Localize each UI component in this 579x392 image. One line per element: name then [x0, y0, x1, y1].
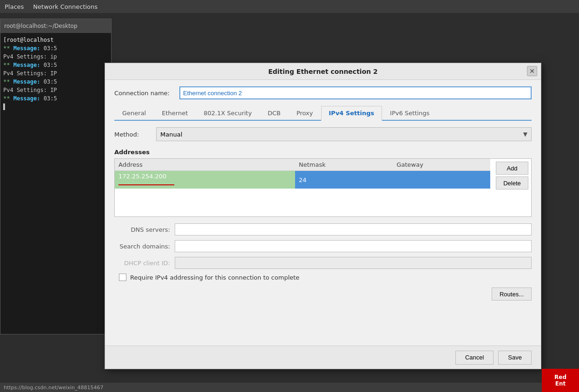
- terminal-body: [root@localhost ** Message: 03:5 Pv4 Set…: [0, 33, 111, 114]
- terminal-line-7: Pv4 Settings: IP: [3, 86, 108, 94]
- dialog-title: Editing Ethernet connection 2: [268, 68, 378, 75]
- dialog-close-button[interactable]: ✕: [527, 66, 537, 76]
- col-gateway: Gateway: [393, 159, 490, 171]
- tab-bar: General Ethernet 802.1X Security DCB Pro…: [114, 106, 532, 121]
- search-domains-label: Search domains:: [114, 243, 170, 250]
- addresses-table-wrapper: Address Netmask Gateway 172.25.254.200 2…: [114, 158, 532, 217]
- col-netmask: Netmask: [295, 159, 393, 171]
- method-row: Method: Manual ▼: [114, 127, 532, 141]
- dhcp-label: DHCP client ID:: [114, 260, 170, 267]
- connection-name-label: Connection name:: [114, 90, 175, 97]
- dns-input[interactable]: [175, 223, 532, 235]
- tab-general[interactable]: General: [114, 106, 154, 121]
- method-select[interactable]: Manual ▼: [156, 127, 532, 141]
- dialog-body: Connection name: General Ethernet 802.1X…: [105, 80, 541, 312]
- terminal-line-1: [root@localhost: [3, 36, 108, 44]
- terminal-line-2: ** Message: 03:5: [3, 44, 108, 52]
- search-domains-input[interactable]: [175, 240, 532, 252]
- routes-row: Routes...: [114, 287, 532, 301]
- connection-name-row: Connection name:: [114, 86, 532, 99]
- cell-gateway[interactable]: [393, 171, 490, 189]
- connection-name-input[interactable]: [179, 86, 532, 99]
- cell-netmask[interactable]: 24: [295, 171, 393, 189]
- routes-button[interactable]: Routes...: [492, 287, 532, 301]
- col-address: Address: [115, 159, 295, 171]
- method-label: Method:: [114, 131, 151, 138]
- cancel-button[interactable]: Cancel: [455, 351, 493, 365]
- dialog-titlebar: Editing Ethernet connection 2 ✕: [105, 63, 541, 80]
- terminal-line-4: ** Message: 03:5: [3, 61, 108, 69]
- error-underline: [118, 183, 174, 185]
- redhat-line2: Ent: [555, 380, 566, 387]
- tab-ipv6-settings[interactable]: IPv6 Settings: [382, 106, 437, 121]
- status-bar: https://blog.csdn.net/weixin_48815467: [0, 383, 542, 392]
- tab-8021x-security[interactable]: 802.1X Security: [196, 106, 260, 121]
- method-value: Manual: [160, 131, 182, 138]
- dns-label: DNS servers:: [114, 226, 170, 233]
- addresses-label: Addresses: [114, 149, 532, 156]
- terminal-line-8: ** Message: 03:5: [3, 94, 108, 103]
- addresses-table: Address Netmask Gateway 172.25.254.200 2…: [115, 159, 490, 216]
- tab-ipv4-settings[interactable]: IPv4 Settings: [321, 106, 382, 121]
- terminal-title: root@localhost:~/Desktop: [4, 23, 78, 29]
- tab-dcb[interactable]: DCB: [260, 106, 289, 121]
- table-row[interactable]: 172.25.254.200 24: [115, 171, 490, 189]
- table-header-row: Address Netmask Gateway: [115, 159, 490, 171]
- address-buttons: Add Delete: [493, 159, 531, 216]
- require-ipv4-checkbox[interactable]: [119, 274, 126, 281]
- dhcp-input: [175, 257, 532, 269]
- cell-address[interactable]: 172.25.254.200: [115, 171, 295, 189]
- tab-ethernet[interactable]: Ethernet: [154, 106, 196, 121]
- terminal-line-3: Pv4 Settings: ip: [3, 52, 108, 61]
- search-domains-row: Search domains:: [114, 240, 532, 252]
- add-button[interactable]: Add: [496, 162, 528, 175]
- save-button[interactable]: Save: [498, 351, 532, 365]
- dialog-footer: Cancel Save: [105, 346, 541, 369]
- checkbox-row: Require IPv4 addressing for this connect…: [114, 274, 532, 281]
- top-bar: Places Network Connections: [0, 0, 579, 13]
- redhat-badge: Red Ent: [542, 369, 579, 392]
- terminal-line-6: ** Message: 03:5: [3, 78, 108, 86]
- terminal-window: root@localhost:~/Desktop [root@localhost…: [0, 19, 112, 334]
- tab-proxy[interactable]: Proxy: [289, 106, 321, 121]
- checkbox-label: Require IPv4 addressing for this connect…: [130, 274, 299, 281]
- places-menu[interactable]: Places: [5, 3, 24, 10]
- terminal-line-5: Pv4 Settings: IP: [3, 69, 108, 78]
- delete-button[interactable]: Delete: [496, 176, 528, 189]
- terminal-titlebar: root@localhost:~/Desktop: [0, 19, 111, 33]
- redhat-line1: Red: [554, 374, 566, 380]
- network-connections-menu[interactable]: Network Connections: [33, 3, 98, 10]
- dns-row: DNS servers:: [114, 223, 532, 235]
- dhcp-row: DHCP client ID:: [114, 257, 532, 269]
- table-row-empty: [115, 189, 490, 216]
- method-dropdown-arrow: ▼: [523, 131, 527, 137]
- status-url: https://blog.csdn.net/weixin_48815467: [4, 385, 104, 391]
- editing-dialog: Editing Ethernet connection 2 ✕ Connecti…: [105, 63, 541, 369]
- terminal-cursor: ▌: [3, 103, 108, 111]
